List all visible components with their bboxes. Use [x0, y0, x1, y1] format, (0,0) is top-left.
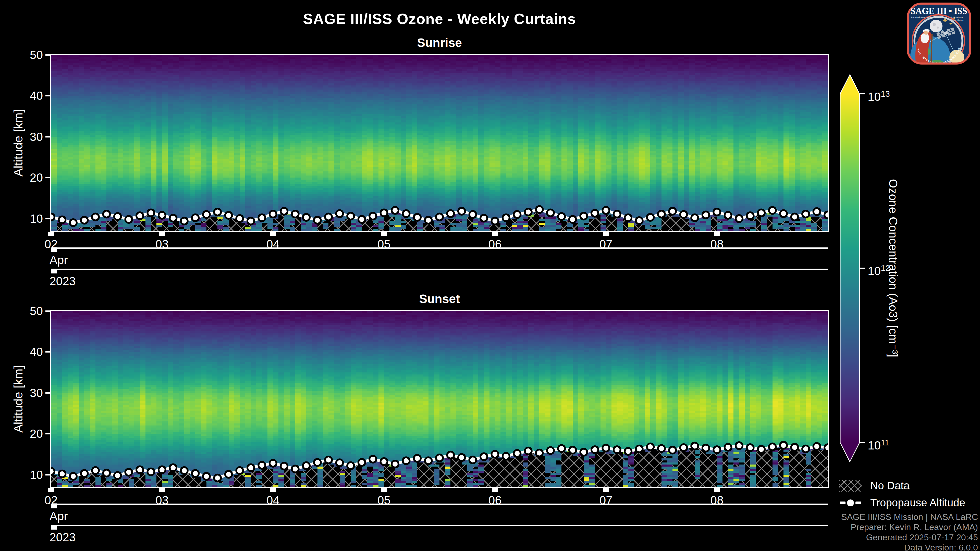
x-tick — [714, 488, 720, 492]
x-tick — [714, 232, 720, 236]
x-tick-label: 05 — [366, 238, 402, 251]
tropopause-dash-right — [856, 502, 861, 504]
x-tick — [603, 232, 609, 236]
y-tick-label: 30 — [15, 130, 43, 144]
y-tick — [45, 474, 51, 475]
year-axis-line — [51, 268, 828, 270]
x-tick-label: 08 — [699, 494, 735, 507]
x-tick-label: 07 — [588, 494, 624, 507]
x-tick-label: 04 — [255, 494, 291, 507]
sunrise-heatmap-canvas — [51, 55, 828, 231]
year-label: 2023 — [49, 530, 76, 544]
attribution-line: Generated 2025-07-17 20:45 — [841, 532, 978, 542]
y-tick — [45, 136, 51, 138]
y-tick-label: 50 — [15, 48, 43, 62]
month-axis-tick — [51, 505, 57, 508]
sunrise-panel-title: Sunrise — [51, 36, 828, 50]
attribution-line: Preparer: Kevin R. Leavor (AMA) — [841, 522, 978, 532]
x-tick — [159, 488, 165, 492]
tropopause-circle — [847, 499, 854, 507]
no-data-hatch-icon — [839, 480, 862, 492]
tropopause-label: Tropopause Altitude — [870, 497, 965, 509]
tick-base: 10 — [868, 439, 881, 452]
colorbar-axis-label: Ozone Concentration (Ao3) [cm⁻³] — [885, 89, 902, 447]
x-tick — [159, 232, 165, 236]
x-tick — [48, 488, 54, 492]
x-tick-label: 05 — [366, 494, 402, 507]
tick-base: 10 — [868, 90, 881, 103]
y-tick-label: 40 — [15, 345, 43, 359]
year-label: 2023 — [49, 275, 76, 288]
logo-subtitle-left: Stratospheric Aerosol and Gas Experiment… — [910, 16, 944, 19]
y-tick — [45, 95, 51, 97]
month-label: Apr — [49, 510, 68, 523]
sunset-panel-title: Sunset — [51, 292, 828, 306]
x-tick-label: 06 — [477, 494, 513, 507]
y-tick — [45, 310, 51, 312]
logo-moon — [930, 20, 942, 32]
logo-moon-crater — [937, 27, 939, 29]
year-axis-tick — [51, 526, 57, 530]
page: SAGE III/ISS Ozone - Weekly Curtains Sun… — [0, 0, 980, 551]
x-tick — [270, 488, 276, 492]
x-tick — [48, 232, 54, 236]
y-tick — [45, 177, 51, 178]
attribution-line: Data Version: 6.0.0 — [841, 542, 978, 551]
x-tick — [603, 488, 609, 492]
y-tick-label: 30 — [15, 386, 43, 400]
x-tick — [270, 232, 276, 236]
logo-subtitle-right-2: Space Station — [951, 19, 964, 21]
legend-tropopause: Tropopause Altitude — [839, 497, 965, 509]
legend-no-data: No Data — [839, 480, 910, 492]
y-tick — [45, 433, 51, 434]
no-data-label: No Data — [870, 480, 910, 492]
month-axis-tick — [51, 249, 57, 252]
year-axis-line — [51, 525, 828, 526]
y-tick-label: 20 — [15, 170, 43, 185]
tropopause-dash-left — [840, 502, 845, 504]
colorbar-gradient-arrow — [840, 75, 859, 462]
x-tick — [381, 488, 387, 492]
x-tick — [492, 488, 498, 492]
y-tick-label: 40 — [15, 89, 43, 103]
x-tick — [381, 232, 387, 236]
sunset-heatmap-canvas — [51, 311, 828, 487]
y-tick — [45, 218, 51, 219]
attribution-block: SAGE III/ISS Mission | NASA LaRC Prepare… — [841, 512, 978, 551]
y-tick-label: 20 — [15, 427, 43, 441]
tropopause-marker-icon — [839, 497, 862, 509]
colorbar — [839, 73, 861, 464]
attribution-line: SAGE III/ISS Mission | NASA LaRC — [841, 512, 978, 522]
x-tick-label: 08 — [699, 238, 735, 251]
month-axis-line — [51, 503, 828, 505]
tick-base: 10 — [868, 264, 881, 278]
y-tick-label: 10 — [15, 211, 43, 226]
logo-subtitle-right-1: International — [951, 16, 963, 19]
colorbar-tick-bottom — [860, 442, 865, 443]
x-tick-label: 04 — [255, 238, 291, 251]
y-tick — [45, 351, 51, 353]
month-axis-line — [51, 248, 828, 249]
sunset-panel — [50, 310, 829, 488]
logo-moon-crater — [933, 23, 936, 26]
y-tick — [45, 54, 51, 56]
y-tick-label: 50 — [15, 304, 43, 318]
year-axis-tick — [51, 270, 57, 273]
month-label: Apr — [49, 253, 68, 267]
x-tick-label: 07 — [588, 238, 624, 251]
x-tick — [492, 232, 498, 236]
colorbar-tick-top — [860, 94, 865, 94]
colorbar-tick-mid — [860, 268, 865, 268]
logo-title: SAGE III • ISS — [911, 6, 967, 16]
x-tick-label: 03 — [144, 238, 180, 251]
y-tick-label: 10 — [15, 468, 43, 482]
x-tick-label: 06 — [477, 238, 513, 251]
mission-logo: BALL • NASA LANGLEY RESEARCH CENTER • AO… — [907, 3, 971, 65]
page-title: SAGE III/ISS Ozone - Weekly Curtains — [51, 10, 828, 27]
sunrise-panel — [50, 54, 829, 232]
x-tick-label: 03 — [144, 494, 180, 507]
y-tick — [45, 392, 51, 394]
